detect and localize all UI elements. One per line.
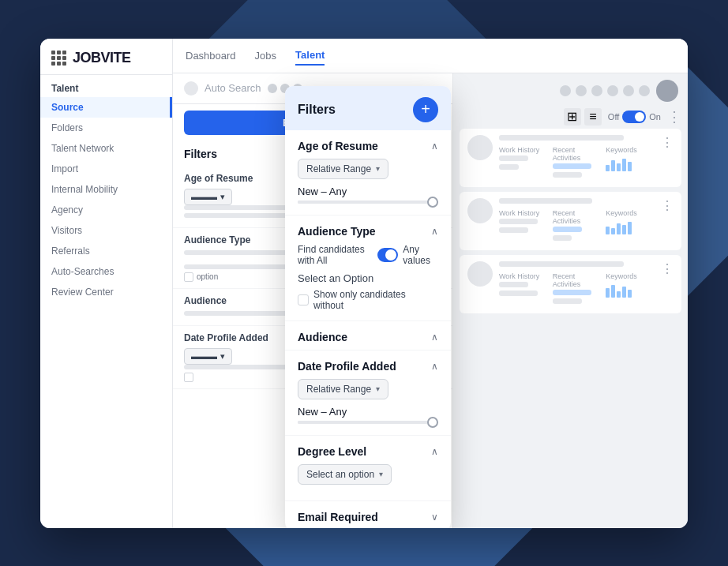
grid-view-btn[interactable]: ⊞ xyxy=(564,108,581,126)
audience-header[interactable]: Audience ∧ xyxy=(285,321,451,350)
filters-overlay: Filters + Age of Resume ∧ Relative Range… xyxy=(285,86,451,528)
sidebar-item-visitors[interactable]: Visitors xyxy=(40,220,172,241)
email-required-title: Email Required xyxy=(298,511,378,523)
age-resume-title: Age of Resume xyxy=(298,140,378,152)
candidate-card-1: Work History Recent Activities xyxy=(460,129,681,187)
all-any-toggle[interactable] xyxy=(377,248,398,262)
show-without-row: Show only candidates without xyxy=(298,289,438,311)
relative-range-label-1: Relative Range xyxy=(306,163,371,174)
card-avatar-2 xyxy=(467,198,493,223)
degree-level-chevron: ∧ xyxy=(431,446,438,457)
overlay-title: Filters xyxy=(298,103,336,117)
overlay-section-audience: Audience ∧ xyxy=(285,321,451,350)
age-resume-slider[interactable] xyxy=(298,201,438,204)
dropdown-arrow-1: ▾ xyxy=(376,164,380,173)
overlay-section-age-of-resume: Age of Resume ∧ Relative Range ▾ New – A… xyxy=(285,130,451,216)
relative-range-label-2: Relative Range xyxy=(306,384,371,395)
overlay-plus-button[interactable]: + xyxy=(413,97,438,122)
sidebar-item-referrals[interactable]: Referrals xyxy=(40,241,172,261)
right-top-bar xyxy=(453,73,688,108)
date-profile-chevron: ∧ xyxy=(431,361,438,372)
toggle-on-label: On xyxy=(649,112,661,122)
sidebar-item-auto-searches[interactable]: Auto-Searches xyxy=(40,261,172,282)
degree-level-title: Degree Level xyxy=(298,445,366,458)
age-resume-header[interactable]: Age of Resume ∧ xyxy=(285,130,451,159)
select-option-text: Select an Option xyxy=(298,272,438,284)
overlay-header: Filters + xyxy=(285,86,451,130)
date-profile-slider[interactable] xyxy=(298,421,438,424)
audience-type-checkbox[interactable] xyxy=(184,272,193,282)
relative-range-dropdown-1[interactable]: Relative Range ▾ xyxy=(298,159,388,179)
nav-talent[interactable]: Talent xyxy=(295,46,325,66)
date-profile-dropdown-left[interactable]: ▬▬▬ ▾ xyxy=(184,348,232,365)
audience-type-chevron: ∧ xyxy=(431,226,438,237)
toggle-all-label: Find candidates with All xyxy=(298,244,373,266)
email-required-chevron: ∨ xyxy=(431,512,438,523)
card-avatar-3 xyxy=(467,261,493,287)
overlay-section-degree-level: Degree Level ∧ Select an option ▾ xyxy=(285,436,451,501)
sidebar-item-source[interactable]: Source xyxy=(40,97,172,118)
dot-1 xyxy=(268,84,277,93)
sidebar-item-agency[interactable]: Agency xyxy=(40,200,172,220)
audience-type-header[interactable]: Audience Type ∧ xyxy=(285,216,451,244)
degree-dropdown-arrow: ▾ xyxy=(379,470,383,478)
date-profile-value: New – Any xyxy=(298,406,438,418)
bar-chart-1 xyxy=(606,156,655,171)
sidebar-logo: JOBVITE xyxy=(40,39,172,75)
dropdown-arrow-2: ▾ xyxy=(376,384,380,393)
top-nav: Dashboard Jobs Talent xyxy=(173,39,688,73)
overlay-section-email-required: Email Required ∨ xyxy=(285,501,451,528)
auto-search-badge xyxy=(184,81,198,96)
sidebar-item-import[interactable]: Import xyxy=(40,159,172,179)
degree-level-dropdown[interactable]: Select an option ▾ xyxy=(298,464,392,485)
sidebar: JOBVITE Talent Source Folders Talent Net… xyxy=(40,39,173,528)
degree-level-header[interactable]: Degree Level ∧ xyxy=(285,436,451,464)
sidebar-item-talent-network[interactable]: Talent Network xyxy=(40,138,172,159)
bar-chart-2 xyxy=(606,219,655,234)
nav-jobs[interactable]: Jobs xyxy=(255,47,276,65)
circle-btns xyxy=(560,85,650,96)
age-resume-content: Relative Range ▾ New – Any xyxy=(285,159,451,215)
relative-range-dropdown-2[interactable]: Relative Range ▾ xyxy=(298,379,388,399)
nav-dashboard[interactable]: Dashboard xyxy=(186,47,236,65)
sidebar-item-review-center[interactable]: Review Center xyxy=(40,282,172,302)
sidebar-item-internal-mobility[interactable]: Internal Mobility xyxy=(40,179,172,200)
card-menu-3[interactable]: ⋮ xyxy=(661,261,674,276)
card-menu-2[interactable]: ⋮ xyxy=(661,198,674,213)
date-profile-header[interactable]: Date Profile Added ∧ xyxy=(285,350,451,379)
user-avatar[interactable] xyxy=(656,80,678,102)
list-view-btn[interactable]: ≡ xyxy=(584,108,602,126)
view-toggle[interactable] xyxy=(622,111,646,123)
date-profile-title: Date Profile Added xyxy=(298,360,396,373)
audience-title: Audience xyxy=(298,331,347,343)
show-without-checkbox[interactable] xyxy=(298,294,309,305)
email-required-header[interactable]: Email Required ∨ xyxy=(285,501,451,528)
show-without-label: Show only candidates without xyxy=(313,289,438,311)
age-resume-dropdown-left[interactable]: ▬▬▬ ▾ xyxy=(184,189,232,205)
card-avatar-1 xyxy=(467,135,493,160)
sidebar-item-folders[interactable]: Folders xyxy=(40,118,172,138)
degree-level-dropdown-label: Select an option xyxy=(306,469,374,480)
view-controls: ⊞ ≡ Off On ⋮ xyxy=(453,108,688,129)
overlay-section-audience-type: Audience Type ∧ Find candidates with All… xyxy=(285,216,451,321)
audience-type-content: Find candidates with All Any values Sele… xyxy=(285,244,451,320)
age-resume-chevron: ∧ xyxy=(431,141,438,152)
toggle-all-any: Find candidates with All Any values xyxy=(298,244,438,266)
cards-area: Work History Recent Activities xyxy=(453,129,688,313)
search-text: Auto Search xyxy=(205,82,261,94)
more-options-btn[interactable]: ⋮ xyxy=(667,108,681,126)
right-panel: ⊞ ≡ Off On ⋮ xyxy=(453,73,688,528)
candidate-card-3: Work History Recent Activities xyxy=(460,255,681,313)
logo-text: JOBVITE xyxy=(73,50,131,66)
date-profile-content: Relative Range ▾ New – Any xyxy=(285,379,451,435)
card-menu-1[interactable]: ⋮ xyxy=(661,135,674,150)
sidebar-section-label: Talent xyxy=(40,75,172,97)
toggle-row: Off On xyxy=(608,111,661,123)
candidate-card-2: Work History Recent Activities xyxy=(460,192,681,250)
grid-icon xyxy=(51,51,66,66)
toggle-any-values-label: Any values xyxy=(403,244,438,266)
audience-type-title: Audience Type xyxy=(298,225,376,238)
view-icon-btns: ⊞ ≡ xyxy=(564,108,602,126)
overlay-body: Age of Resume ∧ Relative Range ▾ New – A… xyxy=(285,130,451,528)
app-window: JOBVITE Talent Source Folders Talent Net… xyxy=(40,39,688,528)
